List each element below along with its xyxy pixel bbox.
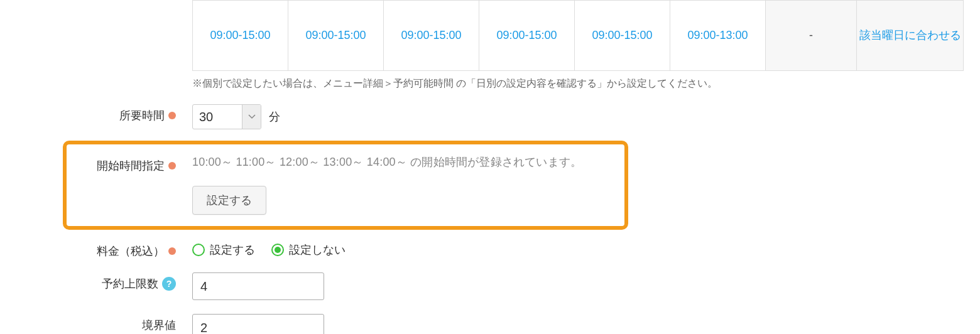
schedule-link[interactable]: 09:00-15:00 bbox=[496, 29, 557, 41]
price-radio-group: 設定する 設定しない bbox=[192, 242, 346, 257]
schedule-cell[interactable]: 09:00-15:00 bbox=[575, 1, 670, 71]
start-time-highlight: 開始時間指定 10:00～ 11:00～ 12:00～ 13:00～ 14:00… bbox=[63, 141, 628, 230]
radio-icon bbox=[192, 244, 205, 256]
start-times-text: 10:00～ 11:00～ 12:00～ 13:00～ 14:00～ の開始時間… bbox=[192, 154, 582, 170]
boundary-label: 境界値 bbox=[0, 314, 182, 333]
schedule-link[interactable]: 09:00-15:00 bbox=[210, 29, 270, 41]
schedule-cell[interactable]: 09:00-15:00 bbox=[193, 1, 288, 71]
price-set-radio[interactable]: 設定する bbox=[192, 242, 255, 257]
duration-select[interactable]: 30 bbox=[192, 104, 261, 129]
start-time-label: 開始時間指定 bbox=[67, 154, 182, 173]
radio-icon bbox=[271, 244, 284, 256]
schedule-table: 09:00-15:0009:00-15:0009:00-15:0009:00-1… bbox=[192, 0, 964, 71]
duration-value: 30 bbox=[193, 105, 242, 129]
schedule-cell: 該当曜日に合わせる bbox=[857, 1, 964, 71]
schedule-link[interactable]: 09:00-15:00 bbox=[592, 29, 652, 41]
price-label: 料金（税込） bbox=[0, 240, 182, 259]
schedule-cell[interactable]: 09:00-13:00 bbox=[670, 1, 766, 71]
schedule-cell[interactable]: 09:00-15:00 bbox=[288, 1, 384, 71]
limit-input[interactable] bbox=[192, 272, 324, 300]
schedule-cell[interactable]: 09:00-15:00 bbox=[479, 1, 575, 71]
schedule-text: - bbox=[809, 29, 813, 41]
schedule-note: ※個別で設定したい場合は、メニュー詳細＞予約可能時間 の「日別の設定内容を確認す… bbox=[192, 77, 980, 90]
configure-button[interactable]: 設定する bbox=[192, 186, 266, 215]
required-dot-icon bbox=[168, 112, 176, 119]
schedule-link[interactable]: 09:00-15:00 bbox=[401, 29, 461, 41]
required-dot-icon bbox=[168, 247, 176, 255]
schedule-link[interactable]: 09:00-13:00 bbox=[687, 29, 748, 41]
duration-label: 所要時間 bbox=[0, 104, 182, 123]
schedule-cell[interactable]: 09:00-15:00 bbox=[384, 1, 479, 71]
schedule-link[interactable]: 09:00-15:00 bbox=[305, 29, 366, 41]
schedule-cell: - bbox=[766, 1, 857, 71]
help-icon[interactable]: ? bbox=[162, 277, 176, 291]
price-unset-radio[interactable]: 設定しない bbox=[271, 242, 346, 257]
schedule-message[interactable]: 該当曜日に合わせる bbox=[859, 29, 961, 41]
duration-unit: 分 bbox=[269, 109, 280, 124]
chevron-down-icon bbox=[242, 105, 261, 129]
required-dot-icon bbox=[168, 162, 176, 170]
limit-label: 予約上限数 ? bbox=[0, 272, 182, 291]
boundary-input[interactable] bbox=[192, 314, 324, 334]
